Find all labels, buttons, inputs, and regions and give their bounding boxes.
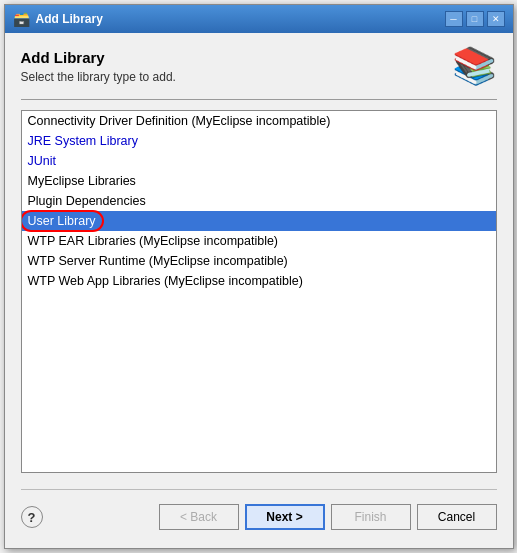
next-button[interactable]: Next >	[245, 504, 325, 530]
window-title: Add Library	[36, 12, 103, 26]
bottom-area: ? < Back Next > Finish Cancel	[21, 483, 497, 538]
list-item[interactable]: JUnit	[22, 151, 496, 171]
help-button[interactable]: ?	[21, 506, 43, 528]
library-icon: 📚	[452, 45, 497, 87]
content-area: Add Library Select the library type to a…	[5, 33, 513, 548]
library-list[interactable]: Connectivity Driver Definition (MyEclips…	[21, 110, 497, 473]
button-row: < Back Next > Finish Cancel	[159, 504, 497, 530]
header-divider	[21, 99, 497, 100]
footer-row: ? < Back Next > Finish Cancel	[21, 500, 497, 534]
title-bar-left: 🗃️ Add Library	[13, 11, 103, 27]
list-item[interactable]: WTP Server Runtime (MyEclipse incompatib…	[22, 251, 496, 271]
minimize-button[interactable]: ─	[445, 11, 463, 27]
window-icon: 🗃️	[13, 11, 30, 27]
header-section: Add Library Select the library type to a…	[21, 49, 497, 87]
list-item[interactable]: MyEclipse Libraries	[22, 171, 496, 191]
list-item[interactable]: WTP EAR Libraries (MyEclipse incompatibl…	[22, 231, 496, 251]
list-item[interactable]: Connectivity Driver Definition (MyEclips…	[22, 111, 496, 131]
list-item[interactable]: WTP Web App Libraries (MyEclipse incompa…	[22, 271, 496, 291]
list-item[interactable]: User Library	[22, 211, 496, 231]
add-library-window: 🗃️ Add Library ─ □ ✕ Add Library Select …	[4, 4, 514, 549]
title-bar-controls: ─ □ ✕	[445, 11, 505, 27]
list-item[interactable]: JRE System Library	[22, 131, 496, 151]
header-text-block: Add Library Select the library type to a…	[21, 49, 176, 84]
back-button[interactable]: < Back	[159, 504, 239, 530]
title-bar: 🗃️ Add Library ─ □ ✕	[5, 5, 513, 33]
list-item[interactable]: Plugin Dependencies	[22, 191, 496, 211]
dialog-subtitle: Select the library type to add.	[21, 70, 176, 84]
finish-button[interactable]: Finish	[331, 504, 411, 530]
cancel-button[interactable]: Cancel	[417, 504, 497, 530]
bottom-divider	[21, 489, 497, 490]
maximize-button[interactable]: □	[466, 11, 484, 27]
dialog-title: Add Library	[21, 49, 176, 66]
close-button[interactable]: ✕	[487, 11, 505, 27]
